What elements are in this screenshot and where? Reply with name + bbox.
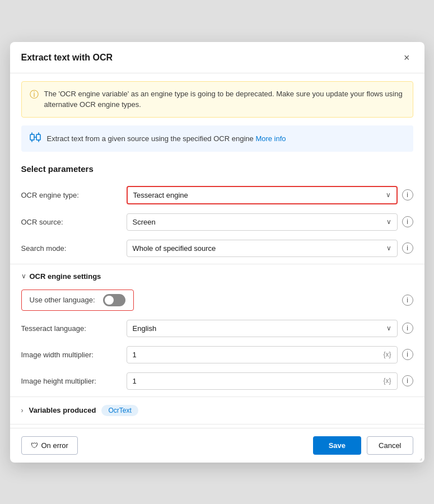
use-other-language-row: Use other language: i bbox=[10, 285, 424, 315]
extract-text-ocr-dialog: Extract text with OCR × ⓘ The 'OCR engin… bbox=[10, 42, 424, 463]
tesseract-language-dropdown[interactable]: English ∨ bbox=[127, 320, 398, 337]
search-mode-row: Search mode: Whole of specified source ∨… bbox=[10, 235, 424, 262]
cancel-button[interactable]: Cancel bbox=[367, 436, 413, 455]
image-height-info[interactable]: i bbox=[402, 375, 413, 386]
search-mode-value: Whole of specified source bbox=[133, 244, 216, 253]
svg-rect-1 bbox=[36, 134, 40, 140]
search-mode-control: Whole of specified source ∨ i bbox=[127, 240, 413, 257]
ocr-engine-chevron: ∨ bbox=[386, 191, 391, 199]
ocr-engine-dropdown[interactable]: Tesseract engine ∨ bbox=[127, 186, 398, 204]
ocr-source-label: OCR source: bbox=[21, 218, 122, 226]
toggle-knob bbox=[105, 296, 114, 305]
divider-1 bbox=[10, 264, 424, 264]
dialog-header: Extract text with OCR × bbox=[10, 42, 424, 73]
image-width-input[interactable]: 1 {x} bbox=[127, 346, 398, 363]
warning-text: The 'OCR engine variable' as an engine t… bbox=[44, 88, 405, 110]
ocr-source-info[interactable]: i bbox=[402, 216, 413, 227]
dialog-title: Extract text with OCR bbox=[21, 53, 113, 63]
info-banner-text: Extract text from a given source using t… bbox=[47, 134, 286, 143]
tesseract-language-chevron: ∨ bbox=[386, 324, 391, 332]
divider-2 bbox=[10, 396, 424, 397]
warning-banner: ⓘ The 'OCR engine variable' as an engine… bbox=[21, 81, 413, 118]
variables-row: › Variables produced OcrText bbox=[10, 399, 424, 422]
ocr-source-control: Screen ∨ i bbox=[127, 213, 413, 231]
use-other-language-info[interactable]: i bbox=[402, 295, 413, 306]
image-width-control: 1 {x} i bbox=[127, 346, 413, 363]
ocr-engine-label: OCR engine type: bbox=[21, 191, 122, 199]
ocr-settings-title: OCR engine settings bbox=[30, 272, 101, 281]
tesseract-language-label: Tesseract language: bbox=[21, 324, 122, 333]
image-height-input[interactable]: 1 {x} bbox=[127, 372, 398, 390]
image-width-row: Image width multiplier: 1 {x} i bbox=[10, 342, 424, 368]
on-error-button[interactable]: 🛡 On error bbox=[21, 436, 78, 455]
image-width-info[interactable]: i bbox=[402, 349, 413, 360]
search-mode-info[interactable]: i bbox=[402, 242, 413, 254]
save-button[interactable]: Save bbox=[313, 436, 361, 455]
image-width-value: 1 bbox=[133, 351, 137, 359]
variables-arrow[interactable]: › bbox=[21, 407, 24, 414]
resize-handle: ⌟ bbox=[419, 454, 422, 461]
image-width-clear[interactable]: {x} bbox=[383, 351, 391, 358]
info-banner-description: Extract text from a given source using t… bbox=[47, 134, 254, 143]
more-info-link[interactable]: More info bbox=[255, 134, 286, 143]
ocr-settings-header[interactable]: ∨ OCR engine settings bbox=[10, 267, 424, 285]
tesseract-language-info[interactable]: i bbox=[402, 323, 413, 334]
variables-label: Variables produced bbox=[29, 406, 96, 414]
ocr-engine-info[interactable]: i bbox=[402, 189, 413, 200]
info-banner: Extract text from a given source using t… bbox=[21, 125, 413, 152]
use-other-language-box: Use other language: bbox=[21, 290, 134, 311]
dialog-footer: 🛡 On error Save Cancel bbox=[10, 428, 424, 463]
ocr-engine-control: Tesseract engine ∨ i bbox=[127, 186, 413, 204]
tesseract-language-value: English bbox=[133, 324, 157, 333]
ocr-engine-value: Tesseract engine bbox=[133, 191, 188, 199]
shield-icon: 🛡 bbox=[31, 441, 38, 450]
use-other-language-toggle[interactable] bbox=[103, 294, 125, 306]
search-mode-chevron: ∨ bbox=[386, 244, 391, 252]
ocr-source-chevron: ∨ bbox=[386, 218, 391, 226]
divider-3 bbox=[10, 424, 424, 424]
image-height-value: 1 bbox=[133, 377, 137, 385]
footer-actions: Save Cancel bbox=[313, 436, 413, 455]
image-height-control: 1 {x} i bbox=[127, 372, 413, 390]
use-other-language-label: Use other language: bbox=[30, 296, 95, 304]
ocr-engine-row: OCR engine type: Tesseract engine ∨ i bbox=[10, 181, 424, 209]
search-mode-label: Search mode: bbox=[21, 244, 122, 253]
svg-rect-0 bbox=[30, 134, 34, 140]
image-height-clear[interactable]: {x} bbox=[383, 377, 391, 385]
ocrtext-badge: OcrText bbox=[101, 405, 138, 416]
section-title: Select parameters bbox=[10, 160, 424, 181]
ocr-settings-arrow: ∨ bbox=[21, 272, 26, 280]
warning-icon: ⓘ bbox=[30, 89, 39, 101]
ocr-source-dropdown[interactable]: Screen ∨ bbox=[127, 213, 398, 231]
close-button[interactable]: × bbox=[400, 51, 413, 65]
ocr-icon bbox=[29, 131, 41, 146]
ocr-source-value: Screen bbox=[133, 218, 156, 226]
on-error-label: On error bbox=[41, 441, 68, 450]
tesseract-language-row: Tesseract language: English ∨ i bbox=[10, 315, 424, 342]
tesseract-language-control: English ∨ i bbox=[127, 320, 413, 337]
image-width-label: Image width multiplier: bbox=[21, 351, 122, 359]
search-mode-dropdown[interactable]: Whole of specified source ∨ bbox=[127, 240, 398, 257]
image-height-row: Image height multiplier: 1 {x} i bbox=[10, 368, 424, 394]
ocr-source-row: OCR source: Screen ∨ i bbox=[10, 209, 424, 235]
image-height-label: Image height multiplier: bbox=[21, 377, 122, 385]
